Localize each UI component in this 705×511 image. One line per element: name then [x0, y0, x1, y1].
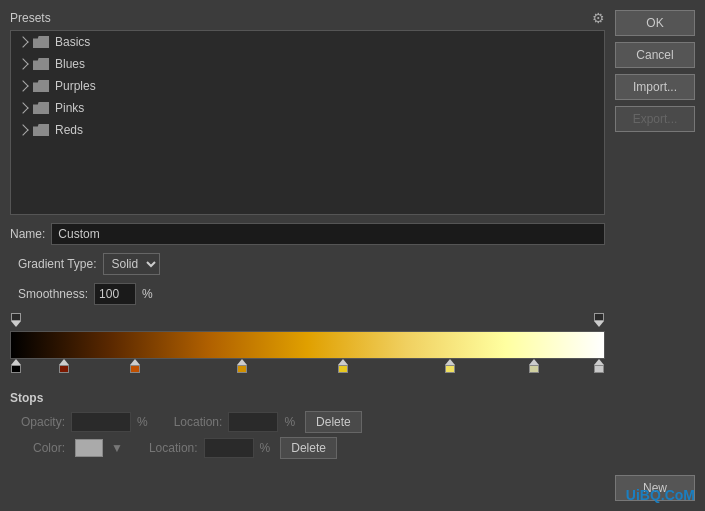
preset-label: Reds	[55, 123, 83, 137]
chevron-right-icon	[17, 36, 28, 47]
opacity-stop-right[interactable]	[593, 313, 605, 327]
list-item[interactable]: Purples	[11, 75, 604, 97]
preset-label: Pinks	[55, 101, 84, 115]
stop-arrow-down	[11, 321, 21, 327]
chevron-right-icon	[17, 124, 28, 135]
color-location-percent: %	[260, 441, 271, 455]
list-item[interactable]: Blues	[11, 53, 604, 75]
presets-header: Presets ⚙	[10, 10, 605, 26]
color-location-input[interactable]	[204, 438, 254, 458]
ok-button[interactable]: OK	[615, 10, 695, 36]
chevron-right-icon	[17, 58, 28, 69]
folder-icon	[33, 80, 49, 92]
stop-color-box	[445, 365, 455, 373]
color-location-label: Location:	[149, 441, 198, 455]
main-panel: Presets ⚙ Basics Blues Purples	[0, 0, 610, 511]
folder-icon	[33, 102, 49, 114]
smoothness-input[interactable]	[94, 283, 136, 305]
opacity-row: Opacity: % Location: % Delete	[10, 411, 605, 433]
preset-label: Blues	[55, 57, 85, 71]
smoothness-label: Smoothness:	[18, 287, 88, 301]
watermark: UiBQ.CoM	[626, 487, 695, 503]
gear-icon[interactable]: ⚙	[592, 10, 605, 26]
presets-title: Presets	[10, 11, 51, 25]
cancel-button[interactable]: Cancel	[615, 42, 695, 68]
list-item[interactable]: Basics	[11, 31, 604, 53]
opacity-stop-left[interactable]	[10, 313, 22, 327]
stop-color-box	[338, 365, 348, 373]
folder-icon	[33, 124, 49, 136]
stop-square	[11, 313, 21, 321]
color-stop[interactable]	[10, 359, 22, 373]
gradient-type-select[interactable]: Solid	[103, 253, 160, 275]
stop-arrow-down	[594, 321, 604, 327]
percent-label: %	[142, 287, 153, 301]
name-input[interactable]	[51, 223, 605, 245]
side-panel: OK Cancel Import... Export... New	[610, 0, 705, 511]
name-label: Name:	[10, 227, 45, 241]
chevron-right-icon	[17, 102, 28, 113]
color-swatch[interactable]	[75, 439, 103, 457]
stop-color-box	[11, 365, 21, 373]
color-stop[interactable]	[528, 359, 540, 373]
stops-title: Stops	[10, 391, 605, 405]
color-delete-button[interactable]: Delete	[280, 437, 337, 459]
preset-label: Basics	[55, 35, 90, 49]
gradient-bar[interactable]	[10, 331, 605, 359]
presets-list[interactable]: Basics Blues Purples Pinks Reds	[10, 30, 605, 215]
smoothness-row: Smoothness: %	[10, 283, 605, 305]
color-stop[interactable]	[236, 359, 248, 373]
list-item[interactable]: Reds	[11, 119, 604, 141]
folder-icon	[33, 36, 49, 48]
opacity-field-label: Opacity:	[10, 415, 65, 429]
opacity-location-label: Location:	[174, 415, 223, 429]
gradient-editor	[10, 313, 605, 379]
opacity-input[interactable]	[71, 412, 131, 432]
stops-section: Stops Opacity: % Location: % Delete Colo…	[10, 391, 605, 463]
color-row: Color: ▼ Location: % Delete	[10, 437, 605, 459]
opacity-location-percent: %	[284, 415, 295, 429]
color-stop[interactable]	[58, 359, 70, 373]
stop-color-box	[130, 365, 140, 373]
gradient-type-label: Gradient Type:	[18, 257, 97, 271]
color-stop[interactable]	[593, 359, 605, 373]
stop-color-box	[529, 365, 539, 373]
gradient-type-row: Gradient Type: Solid	[10, 253, 605, 275]
stop-square	[594, 313, 604, 321]
opacity-percent: %	[137, 415, 148, 429]
stop-color-box	[59, 365, 69, 373]
opacity-delete-button[interactable]: Delete	[305, 411, 362, 433]
gradient-editor-dialog: Presets ⚙ Basics Blues Purples	[0, 0, 705, 511]
color-stop[interactable]	[444, 359, 456, 373]
color-stop[interactable]	[337, 359, 349, 373]
chevron-right-icon	[17, 80, 28, 91]
color-stop[interactable]	[129, 359, 141, 373]
bottom-color-stops	[10, 359, 605, 379]
preset-label: Purples	[55, 79, 96, 93]
name-row: Name:	[10, 223, 605, 245]
stop-color-box	[594, 365, 604, 373]
import-button[interactable]: Import...	[615, 74, 695, 100]
export-button[interactable]: Export...	[615, 106, 695, 132]
color-dropdown-arrow[interactable]: ▼	[111, 441, 123, 455]
folder-icon	[33, 58, 49, 70]
stop-color-box	[237, 365, 247, 373]
list-item[interactable]: Pinks	[11, 97, 604, 119]
color-field-label: Color:	[10, 441, 65, 455]
top-opacity-stops	[10, 313, 605, 331]
opacity-location-input[interactable]	[228, 412, 278, 432]
